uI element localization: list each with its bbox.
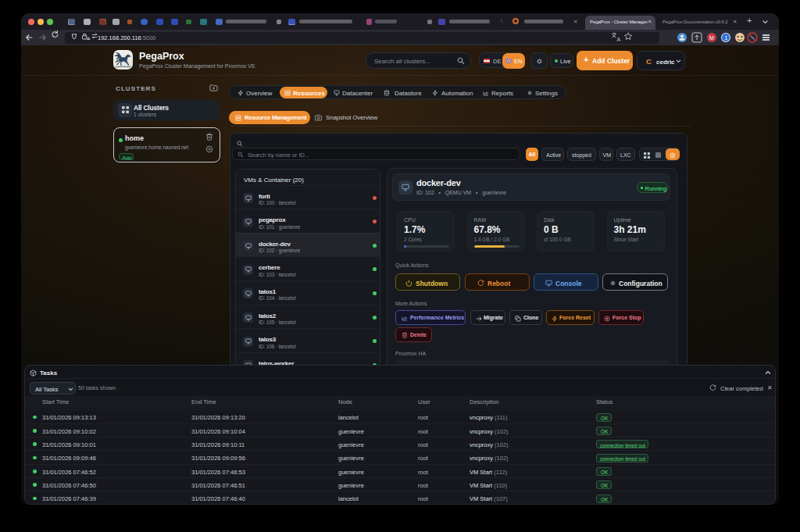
svg-text:1: 1 bbox=[724, 34, 727, 41]
svg-text:A: A bbox=[617, 37, 621, 42]
svg-text:M: M bbox=[709, 35, 714, 41]
svg-text:192.168.200.116:5000: 192.168.200.116:5000 bbox=[98, 34, 156, 41]
